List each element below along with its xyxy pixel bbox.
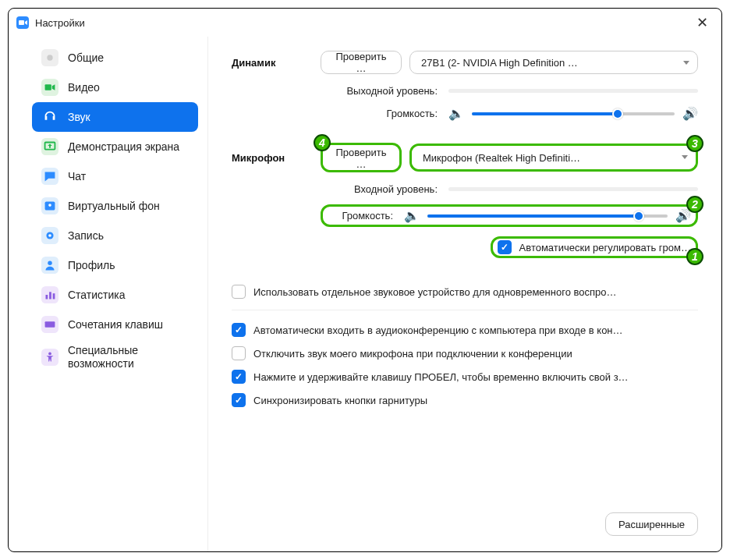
- window-title: Настройки: [35, 17, 690, 29]
- input-level-label: Входной уровень:: [321, 183, 438, 195]
- mic-volume-label: Громкость:: [328, 210, 393, 222]
- auto-adjust-label: Автоматически регулировать гром…: [519, 242, 691, 253]
- sidebar-item-virtual-bg[interactable]: Виртуальный фон: [32, 191, 198, 221]
- speaker-volume-label: Громкость:: [321, 108, 438, 119]
- mic-label: Микрофон: [232, 152, 321, 164]
- svg-point-16: [48, 261, 52, 266]
- speaker-device-select[interactable]: 27B1 (2- NVIDIA High Definition …: [409, 51, 698, 74]
- svg-rect-18: [46, 295, 48, 299]
- sidebar-item-label: Видео: [68, 81, 100, 94]
- svg-rect-20: [53, 293, 55, 299]
- sidebar-item-accessibility[interactable]: Специальные возможности: [32, 339, 198, 375]
- mic-device-select[interactable]: Микрофон (Realtek High Definiti…: [412, 146, 696, 169]
- audio-options: Использовать отдельное звуковое устройст…: [232, 280, 698, 412]
- annotation-2: 2: [686, 196, 703, 213]
- input-level-meter: [448, 187, 698, 191]
- sidebar-item-label: Статистика: [68, 289, 126, 301]
- sidebar-item-general[interactable]: Общие: [32, 43, 198, 73]
- annotation-1: 1: [686, 248, 703, 265]
- speaker-label: Динамик: [232, 57, 321, 69]
- sidebar-item-label: Сочетания клавиш: [68, 318, 163, 331]
- close-button[interactable]: ✕: [690, 11, 714, 34]
- volume-low-icon: 🔈: [448, 106, 464, 121]
- close-icon: ✕: [696, 14, 708, 31]
- accessibility-icon: [41, 349, 58, 366]
- stats-icon: [41, 286, 58, 303]
- push-space-checkbox[interactable]: [232, 370, 246, 384]
- auto-adjust-checkbox[interactable]: [498, 240, 512, 254]
- sidebar: Общие Видео Звук Демонстрация экрана Чат…: [9, 37, 208, 551]
- auto-join-label: Автоматически входить в аудиоконференцию…: [253, 324, 623, 336]
- microphone-section: Микрофон Проверить … 4 Микрофон (Realtek…: [232, 143, 698, 258]
- sidebar-item-label: Запись: [68, 229, 104, 242]
- sidebar-item-recording[interactable]: Запись: [32, 221, 198, 250]
- titlebar: Настройки ✕: [9, 9, 721, 37]
- svg-point-14: [48, 234, 51, 237]
- separate-device-checkbox[interactable]: [232, 285, 246, 299]
- sidebar-item-statistics[interactable]: Статистика: [32, 280, 198, 310]
- svg-rect-19: [49, 292, 51, 299]
- volume-low-icon: 🔈: [404, 208, 420, 223]
- sync-headset-checkbox[interactable]: [232, 393, 246, 407]
- sidebar-item-label: Чат: [68, 170, 86, 183]
- advanced-button[interactable]: Расширенные: [605, 512, 698, 536]
- svg-rect-5: [45, 84, 51, 90]
- headphones-icon: [41, 108, 58, 126]
- virtualbg-icon: [41, 197, 58, 214]
- mute-mic-checkbox[interactable]: [232, 346, 246, 360]
- volume-high-icon: 🔊: [682, 106, 698, 121]
- svg-rect-1: [19, 20, 24, 25]
- sidebar-item-audio[interactable]: Звук: [32, 102, 198, 132]
- sidebar-item-screenshare[interactable]: Демонстрация экрана: [32, 132, 198, 161]
- divider: [232, 310, 698, 310]
- keyboard-icon: [41, 316, 58, 333]
- output-level-label: Выходной уровень:: [321, 85, 438, 97]
- screen-icon: [41, 138, 58, 155]
- push-space-label: Нажмите и удерживайте клавишу ПРОБЕЛ, чт…: [253, 371, 629, 383]
- speaker-section: Динамик Проверить … 27B1 (2- NVIDIA High…: [232, 51, 698, 121]
- slider-thumb[interactable]: [633, 211, 644, 222]
- sidebar-item-label: Специальные возможности: [68, 344, 189, 370]
- output-level-meter: [448, 89, 698, 93]
- annotation-4: 4: [314, 134, 331, 151]
- auto-join-checkbox[interactable]: [232, 323, 246, 337]
- svg-point-3: [47, 55, 52, 60]
- test-speaker-button[interactable]: Проверить …: [321, 51, 402, 74]
- svg-point-11: [48, 204, 51, 207]
- profile-icon: [41, 257, 58, 274]
- test-mic-button[interactable]: Проверить …: [323, 147, 399, 170]
- sidebar-item-video[interactable]: Видео: [32, 73, 198, 102]
- mic-volume-slider[interactable]: [427, 214, 668, 218]
- sidebar-item-label: Общие: [68, 51, 104, 64]
- sidebar-item-label: Виртуальный фон: [68, 200, 160, 212]
- svg-rect-22: [45, 321, 55, 327]
- sidebar-item-label: Звук: [68, 111, 90, 123]
- chat-icon: [41, 168, 58, 185]
- mute-mic-label: Отключить звук моего микрофона при подкл…: [253, 348, 572, 360]
- gear-icon: [41, 49, 58, 66]
- record-icon: [41, 227, 58, 244]
- sidebar-item-profile[interactable]: Профиль: [32, 250, 198, 280]
- separate-device-label: Использовать отдельное звуковое устройст…: [253, 286, 616, 298]
- sidebar-item-shortcuts[interactable]: Сочетания клавиш: [32, 310, 198, 339]
- annotation-3: 3: [686, 135, 703, 152]
- sidebar-item-label: Демонстрация экрана: [68, 140, 179, 153]
- camera-icon: [41, 79, 58, 96]
- sidebar-item-chat[interactable]: Чат: [32, 161, 198, 191]
- svg-point-24: [48, 352, 51, 355]
- speaker-volume-slider[interactable]: [472, 112, 675, 115]
- app-icon: [16, 16, 29, 29]
- sync-headset-label: Синхронизировать кнопки гарнитуры: [253, 395, 427, 406]
- slider-thumb[interactable]: [612, 108, 623, 119]
- audio-settings-panel: Динамик Проверить … 27B1 (2- NVIDIA High…: [208, 37, 721, 551]
- sidebar-item-label: Профиль: [68, 259, 115, 271]
